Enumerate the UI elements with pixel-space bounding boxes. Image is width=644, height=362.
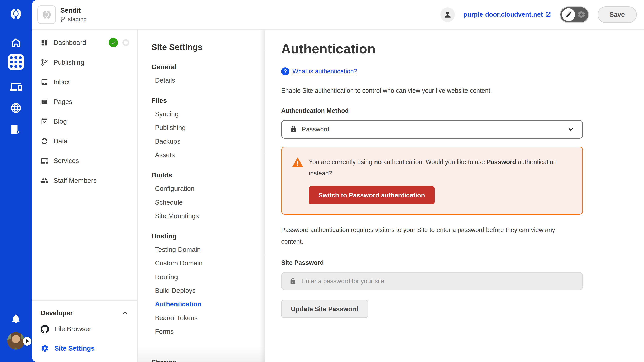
sidebar-item-services[interactable]: Services <box>32 151 137 171</box>
dashboard-icon <box>41 39 48 46</box>
settings-nav-title: Site Settings <box>138 42 265 52</box>
pages-icon <box>41 98 48 106</box>
settings-item-custom-domain[interactable]: Custom Domain <box>138 256 265 270</box>
topbar: Sendit staging purple-door.cloudvent.net <box>32 0 644 29</box>
settings-section-builds: Builds <box>138 171 265 179</box>
authentication-method-select[interactable]: Password <box>281 120 583 139</box>
settings-item-forms[interactable]: Forms <box>138 325 265 339</box>
settings-item-routing[interactable]: Routing <box>138 270 265 284</box>
gear-icon <box>41 344 49 353</box>
sidebar-item-blog[interactable]: Blog <box>32 112 137 131</box>
lock-icon <box>290 126 297 133</box>
settings-section-general: General <box>138 63 265 71</box>
settings-item-testing-domain[interactable]: Testing Domain <box>138 243 265 256</box>
preview-url-link[interactable]: purple-door.cloudvent.net <box>463 11 551 18</box>
chevron-down-icon <box>567 126 574 133</box>
github-icon <box>41 325 49 333</box>
data-loop-icon <box>41 137 48 145</box>
warning-triangle-icon <box>292 156 304 168</box>
external-link-icon <box>545 12 551 18</box>
app-rail <box>0 0 32 362</box>
edit-mode-toggle[interactable] <box>560 6 589 23</box>
lock-icon <box>290 278 296 285</box>
app-shell: Sendit staging purple-door.cloudvent.net <box>32 0 644 362</box>
sidebar-item-file-browser[interactable]: File Browser <box>32 319 137 339</box>
devices-icon[interactable] <box>0 81 32 93</box>
bell-icon[interactable] <box>0 313 32 324</box>
inbox-icon <box>41 78 48 86</box>
developer-section-toggle[interactable]: Developer <box>32 307 137 319</box>
site-identity: Sendit staging <box>38 5 87 24</box>
site-password-input[interactable] <box>301 277 575 285</box>
settings-section-sharing-clipped: Sharing <box>151 358 177 362</box>
site-logo-thumbnail <box>38 5 56 24</box>
update-site-password-button[interactable]: Update Site Password <box>281 300 368 318</box>
developer-section: Developer File Browser Site Settings <box>32 301 137 362</box>
authentication-method-label: Authentication Method <box>281 107 644 114</box>
sidebar-item-inbox[interactable]: Inbox <box>32 72 137 92</box>
page-title: Authentication <box>281 41 644 56</box>
authentication-method-value: Password <box>302 126 329 133</box>
topbar-actions: purple-door.cloudvent.net Save <box>440 6 637 23</box>
help-link-row: ? What is authentication? <box>281 67 644 75</box>
expand-sidebar-button[interactable] <box>23 337 32 346</box>
branch-icon <box>41 58 48 66</box>
settings-item-backups[interactable]: Backups <box>138 135 265 148</box>
sidebar-item-staff-members[interactable]: Staff Members <box>32 171 137 190</box>
warning-text: You are currently using no authenticatio… <box>309 156 564 179</box>
gear-icon <box>577 10 586 19</box>
account-menu-button[interactable] <box>440 7 455 22</box>
question-icon: ? <box>281 67 289 75</box>
settings-nav: Site Settings General Details Files Sync… <box>138 29 265 362</box>
settings-section-hosting: Hosting <box>138 232 265 240</box>
pencil-icon <box>562 8 575 21</box>
site-password-field[interactable] <box>281 272 583 290</box>
settings-item-site-mountings[interactable]: Site Mountings <box>138 209 265 223</box>
site-environment: staging <box>60 16 87 22</box>
settings-item-build-deploys[interactable]: Build Deploys <box>138 284 265 298</box>
password-note: Password authentication requires visitor… <box>281 224 563 247</box>
warning-banner: You are currently using no authenticatio… <box>281 147 583 215</box>
settings-item-schedule[interactable]: Schedule <box>138 195 265 209</box>
settings-item-publishing[interactable]: Publishing <box>138 121 265 135</box>
settings-item-bearer-tokens[interactable]: Bearer Tokens <box>138 311 265 325</box>
branch-icon <box>60 16 66 22</box>
settings-item-assets[interactable]: Assets <box>138 148 265 162</box>
status-idle-icon <box>122 39 129 46</box>
what-is-authentication-link[interactable]: What is authentication? <box>292 68 357 75</box>
site-password-label: Site Password <box>281 259 644 267</box>
sidebar-item-data[interactable]: Data <box>32 131 137 151</box>
status-success-icon <box>109 38 118 47</box>
sidebar-item-pages[interactable]: Pages <box>32 92 137 112</box>
settings-item-configuration[interactable]: Configuration <box>138 182 265 195</box>
main-content: Authentication ? What is authentication?… <box>265 29 644 362</box>
calendar-check-icon <box>41 118 48 125</box>
sidebar-item-dashboard[interactable]: Dashboard <box>32 33 137 52</box>
site-sidebar: Dashboard Publishing Inbox Pages <box>32 29 138 362</box>
settings-item-authentication[interactable]: Authentication <box>138 298 265 311</box>
settings-item-syncing[interactable]: Syncing <box>138 107 265 121</box>
devices-icon <box>41 157 48 165</box>
save-button[interactable]: Save <box>598 6 637 23</box>
globe-icon[interactable] <box>0 102 32 114</box>
intro-text: Enable Site authentication to control wh… <box>281 87 644 94</box>
cloudcannon-logo-icon[interactable] <box>0 7 32 20</box>
right-arrow-icon <box>26 339 29 343</box>
sidebar-item-publishing[interactable]: Publishing <box>32 52 137 72</box>
settings-item-details[interactable]: Details <box>138 74 265 87</box>
people-icon <box>41 177 48 184</box>
apps-grid-icon[interactable] <box>0 54 32 70</box>
organization-icon[interactable] <box>0 123 32 136</box>
settings-section-files: Files <box>138 96 265 104</box>
switch-to-password-button[interactable]: Switch to Password authentication <box>309 186 435 204</box>
chevron-up-icon <box>122 310 128 316</box>
home-icon[interactable] <box>0 37 32 48</box>
sidebar-item-site-settings[interactable]: Site Settings <box>32 339 137 358</box>
person-icon <box>443 10 452 19</box>
site-name: Sendit <box>60 7 87 14</box>
